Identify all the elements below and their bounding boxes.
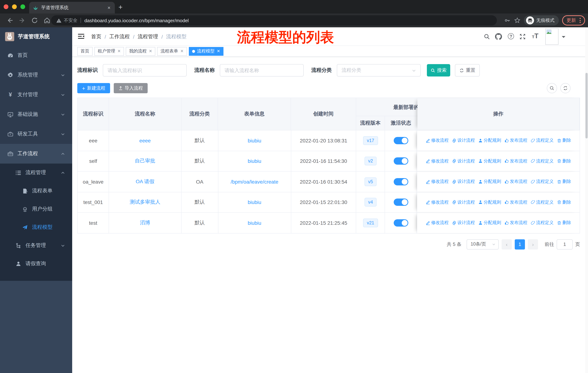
github-icon[interactable] [495,33,502,40]
tag-home[interactable]: 首页 [77,47,93,56]
active-toggle[interactable] [394,199,408,206]
action-修改流程[interactable]: 修改流程 [426,220,449,226]
active-toggle[interactable] [394,178,408,185]
tag-process-model[interactable]: 流程模型✕ [189,47,223,56]
sidebar-item-infra[interactable]: 基础设施 [0,105,72,124]
zoom-window-button[interactable] [21,4,25,9]
version-tag[interactable]: v21 [363,219,378,227]
action-删除[interactable]: 删除 [557,179,571,185]
sidebar-item-process-mgmt[interactable]: 流程管理 [0,163,72,182]
page-1-button[interactable]: 1 [515,239,525,249]
active-toggle[interactable] [394,219,408,227]
model-name-link[interactable]: eeee [139,138,151,143]
tag-my-process[interactable]: 我的流程✕ [126,47,155,56]
version-tag[interactable]: v17 [363,136,378,145]
action-发布流程[interactable]: 发布流程 [504,138,527,144]
scrollbar[interactable] [585,27,588,373]
action-发布流程[interactable]: 发布流程 [504,220,527,226]
filter-category-select[interactable]: 流程分类 [337,64,421,77]
back-icon[interactable] [6,17,13,24]
model-name-link[interactable]: 测试多审批人 [130,199,160,206]
reset-button[interactable]: 重置 [455,64,480,77]
key-icon[interactable] [504,17,511,24]
sidebar-item-task-mgmt[interactable]: 任务管理 [0,236,72,255]
breadcrumb-process-mgmt[interactable]: 流程管理 [138,33,158,40]
help-icon[interactable]: ? [508,33,514,39]
sidebar-item-payment[interactable]: ¥ 支付管理 [0,85,72,105]
close-icon[interactable]: ✕ [149,49,152,53]
form-info-link[interactable]: /bpm/oa/leave/create [231,179,279,185]
hamburger-icon[interactable] [78,33,84,39]
minimize-window-button[interactable] [12,4,17,9]
tag-process-form[interactable]: 流程表单✕ [157,47,187,56]
update-label[interactable]: 更新 [567,17,576,24]
form-info-link[interactable]: biubiu [248,138,261,143]
action-分配规则[interactable]: 分配规则 [478,199,501,205]
action-分配规则[interactable]: 分配规则 [478,179,501,185]
filter-id-input[interactable] [103,64,187,77]
action-删除[interactable]: 删除 [557,158,571,164]
action-设计流程[interactable]: 设计流程 [452,220,475,226]
close-icon[interactable]: ✕ [117,49,121,53]
update-button[interactable]: 更新 [562,15,585,26]
goto-page-input[interactable] [557,239,573,249]
sidebar-item-process-model[interactable]: 流程模型 [0,218,72,236]
action-修改流程[interactable]: 修改流程 [426,199,449,205]
action-流程定义[interactable]: 流程定义 [531,179,554,185]
url-text[interactable]: dashboard.yudao.iocoder.cn/bpm/manager/m… [84,18,189,23]
model-name-link[interactable]: 滔博 [140,220,150,226]
avatar[interactable] [545,28,558,45]
action-发布流程[interactable]: 发布流程 [504,158,527,164]
action-流程定义[interactable]: 流程定义 [531,158,554,164]
sidebar-item-process-form[interactable]: 流程表单 [0,182,72,200]
import-model-button[interactable]: 导入流程 [114,83,148,93]
home-icon[interactable] [43,17,51,24]
avatar-caret-icon[interactable] [562,36,565,40]
sidebar-item-workflow[interactable]: 工作流程 [0,144,72,163]
tag-tenant[interactable]: 租户管理✕ [94,47,124,56]
breadcrumb-workflow[interactable]: 工作流程 [109,33,130,40]
action-流程定义[interactable]: 流程定义 [531,138,554,144]
action-发布流程[interactable]: 发布流程 [504,199,527,205]
sidebar-item-system[interactable]: 系统管理 [0,65,72,85]
action-分配规则[interactable]: 分配规则 [478,220,501,226]
form-info-link[interactable]: biubiu [248,220,261,226]
action-设计流程[interactable]: 设计流程 [452,158,475,164]
version-tag[interactable]: v5 [365,177,377,186]
new-tab-button[interactable]: + [118,4,123,10]
url-bar[interactable]: 不安全 dashboard.yudao.iocoder.cn/bpm/manag… [51,15,497,26]
toggle-search-button[interactable] [547,83,557,93]
action-删除[interactable]: 删除 [557,220,571,226]
sidebar-item-user-group[interactable]: 用户分组 [0,200,72,218]
version-tag[interactable]: v4 [365,198,377,207]
close-window-button[interactable] [4,4,8,9]
forward-icon[interactable] [19,17,26,24]
next-page-button[interactable]: › [528,239,538,249]
tab-close-icon[interactable]: × [107,5,111,10]
sidebar-item-leave-query[interactable]: 请假查询 [0,255,72,273]
action-设计流程[interactable]: 设计流程 [452,179,475,185]
active-toggle[interactable] [394,137,408,144]
form-info-link[interactable]: biubiu [248,200,261,205]
model-name-link[interactable]: 自己审批 [135,158,155,164]
active-toggle[interactable] [394,158,408,165]
breadcrumb-home[interactable]: 首页 [91,33,101,40]
refresh-table-button[interactable] [560,83,570,93]
browser-tab[interactable]: 芋道管理系统 × [29,2,115,13]
create-model-button[interactable]: + 新建流程 [77,83,110,93]
search-icon[interactable] [483,33,490,40]
action-分配规则[interactable]: 分配规则 [478,138,501,144]
filter-name-input[interactable] [220,64,304,77]
action-分配规则[interactable]: 分配规则 [478,158,501,164]
version-tag[interactable]: v2 [365,157,377,166]
action-设计流程[interactable]: 设计流程 [452,138,475,144]
close-icon[interactable]: ✕ [217,49,220,53]
action-修改流程[interactable]: 修改流程 [426,138,449,144]
window-controls[interactable] [4,4,25,9]
sidebar-item-home[interactable]: 首页 [0,46,72,65]
action-删除[interactable]: 删除 [557,199,571,205]
action-修改流程[interactable]: 修改流程 [426,179,449,185]
action-修改流程[interactable]: 修改流程 [426,158,449,164]
action-发布流程[interactable]: 发布流程 [504,179,527,185]
fullscreen-icon[interactable] [519,33,526,40]
